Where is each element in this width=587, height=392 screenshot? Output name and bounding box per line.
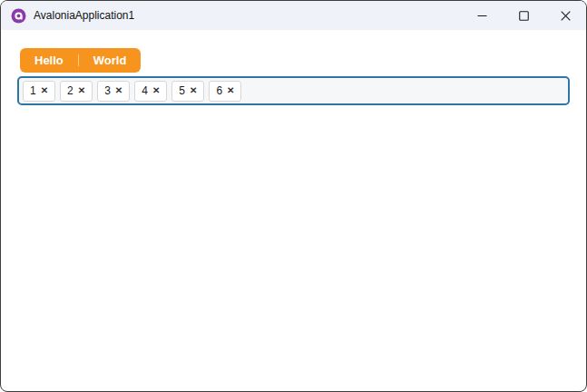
window-title: AvaloniaApplication1 bbox=[34, 9, 134, 22]
chip-label: 6 bbox=[216, 84, 222, 97]
app-window: AvaloniaApplication1 Hello bbox=[0, 0, 587, 392]
maximize-button[interactable] bbox=[503, 1, 544, 30]
minimize-button[interactable] bbox=[461, 1, 503, 30]
chip-remove-icon[interactable]: ✕ bbox=[152, 86, 160, 95]
close-button[interactable] bbox=[544, 1, 586, 30]
chip-2[interactable]: 2 ✕ bbox=[60, 81, 93, 102]
chip-5[interactable]: 5 ✕ bbox=[171, 81, 204, 102]
chip-label: 4 bbox=[142, 84, 148, 97]
window-content: Hello World 1 ✕ 2 ✕ 3 ✕ 4 ✕ 5 ✕ bbox=[1, 30, 586, 105]
chip-remove-icon[interactable]: ✕ bbox=[227, 86, 234, 95]
maximize-icon bbox=[519, 11, 529, 21]
chip-remove-icon[interactable]: ✕ bbox=[41, 86, 48, 95]
chip-remove-icon[interactable]: ✕ bbox=[115, 86, 122, 95]
avalonia-logo-icon bbox=[11, 8, 26, 24]
tab-strip: Hello World bbox=[20, 48, 141, 73]
chip-remove-icon[interactable]: ✕ bbox=[78, 86, 85, 95]
chip-6[interactable]: 6 ✕ bbox=[209, 81, 241, 102]
close-icon bbox=[561, 11, 571, 21]
chip-3[interactable]: 3 ✕ bbox=[97, 81, 130, 102]
chip-label: 1 bbox=[30, 84, 36, 97]
chip-remove-icon[interactable]: ✕ bbox=[190, 86, 197, 95]
chip-input-box[interactable]: 1 ✕ 2 ✕ 3 ✕ 4 ✕ 5 ✕ 6 ✕ bbox=[17, 76, 570, 105]
tab-hello[interactable]: Hello bbox=[20, 48, 78, 73]
chip-label: 2 bbox=[67, 84, 73, 97]
chip-label: 5 bbox=[179, 84, 185, 97]
title-bar[interactable]: AvaloniaApplication1 bbox=[1, 1, 586, 30]
chip-label: 3 bbox=[104, 84, 111, 97]
chip-1[interactable]: 1 ✕ bbox=[23, 81, 55, 102]
tab-world[interactable]: World bbox=[79, 48, 142, 73]
minimize-icon bbox=[477, 11, 487, 21]
caption-buttons bbox=[461, 1, 586, 30]
chip-4[interactable]: 4 ✕ bbox=[134, 81, 167, 102]
